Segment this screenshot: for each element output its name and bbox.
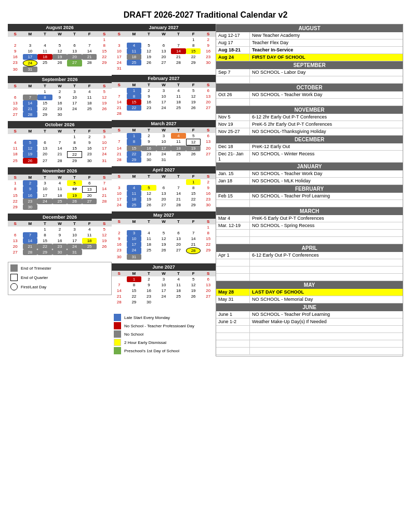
color-legend-gray-label: No School	[124, 332, 143, 337]
rp-january-header: JANUARY	[216, 163, 403, 170]
rp-row: Dec 18 PreK-12 Early Out	[216, 143, 403, 151]
color-legend-gray: No School	[114, 330, 214, 338]
cal-apr-2027-grid: 12 3456789 10111213141516 17181920212223…	[112, 179, 216, 208]
cal-sep-2026-dow: SMTWTFS	[8, 83, 112, 89]
color-legend-blue: Late Start Every Monday	[114, 314, 214, 321]
cal-jun-2027-header: June 2027	[112, 263, 216, 271]
legend-firstlast: First/Last Day	[10, 283, 109, 290]
col1-calendars: August 2026 SMTWTFS 1 2345678 9101112131…	[8, 24, 112, 356]
rp-august-header: AUGUST	[216, 24, 403, 32]
cal-jan-2027: January 2027 SMTWTFS 12 3456789 10111213…	[112, 24, 216, 71]
cal-dec-2026: December 2026 SMTWTFS 12345 6789101112 1…	[8, 214, 112, 255]
rp-row	[216, 259, 403, 267]
rp-row: Dec 21- Jan 1 NO SCHOOL - Winter Recess	[216, 151, 403, 163]
rp-row: Sep 7 NO SCHOOL - Labor Day	[216, 69, 403, 76]
page-title: DRAFT 2026-2027 Traditional Calendar v2	[8, 10, 403, 20]
rp-row: June 1 NO SCHOOL - Teacher Prof Learning	[216, 311, 403, 318]
legend-quarter: End of Quarter	[10, 274, 109, 281]
col2-calendars: January 2027 SMTWTFS 12 3456789 10111213…	[112, 24, 216, 356]
rp-row	[216, 333, 403, 340]
cal-sep-2026-header: September 2026	[8, 76, 112, 83]
rp-november-header: NOVEMBER	[216, 106, 403, 114]
cal-may-2027-grid: 1 2345678 9101112131415 16171819202122 2…	[112, 224, 216, 260]
rp-row	[216, 230, 403, 237]
cal-aug-2026: August 2026 SMTWTFS 1 2345678 9101112131…	[8, 24, 112, 72]
cal-nov-2026-dow: SMTWTFS	[8, 175, 112, 180]
cal-jun-2027-grid: 123456 78910111213 14151617181920 212223…	[112, 276, 216, 305]
rp-row: Feb 15 NO SCHOOL - Teacher Prof Learning	[216, 193, 403, 200]
cal-jun-2027: June 2027 SMTWTFS 123456 78910111213 141…	[112, 263, 216, 305]
color-legend-green-label: Preschool's 1st Day of School	[124, 349, 179, 353]
cal-feb-2027-dow: SMTWTFS	[112, 82, 216, 88]
rp-row	[216, 200, 403, 207]
cal-apr-2027: April 2027 SMTWTFS 12 3456789 1011121314…	[112, 166, 216, 208]
cal-apr-2027-dow: SMTWTFS	[112, 174, 216, 179]
legend-firstlast-label: First/Last Day	[21, 285, 46, 289]
cal-mar-2027-grid: 123456 78910111213 14151617181920 212223…	[112, 133, 216, 163]
rp-row: Aug 24 FIRST DAY OF SCHOOL	[216, 54, 403, 61]
rp-row: Mar. 12-19 NO SCHOOL - Spring Recess	[216, 222, 403, 230]
cal-jan-2027-dow: SMTWTFS	[112, 31, 216, 37]
rp-row: Nov 5 6-12 2hr Early Out P-T Conferences	[216, 114, 403, 121]
cal-may-2027: May 2027 SMTWTFS 1 2345678 9101112131415…	[112, 211, 216, 260]
rp-row: Nov 25-27 NO SCHOOL-Thanksgiving Holiday	[216, 128, 403, 136]
rp-april-header: APRIL	[216, 244, 403, 252]
rp-december-header: DECEMBER	[216, 136, 403, 143]
cal-jan-2027-header: January 2027	[112, 24, 216, 31]
cal-mar-2027: March 2027 SMTWTFS 123456 78910111213 14…	[112, 120, 216, 163]
cal-oct-2026-header: October 2026	[8, 121, 112, 128]
cal-dec-2026-header: December 2026	[8, 214, 112, 221]
cal-jun-2027-dow: SMTWTFS	[112, 271, 216, 276]
cal-oct-2026-dow: SMTWTFS	[8, 128, 112, 134]
rp-row	[216, 76, 403, 84]
rp-row: Nov 19 PreK-5 2hr Early Out P-T Conferen…	[216, 121, 403, 128]
color-legend-green: Preschool's 1st Day of School	[114, 347, 214, 354]
rp-february-header: FEBRUARY	[216, 185, 403, 193]
cal-dec-2026-dow: SMTWTFS	[8, 221, 112, 227]
cal-jan-2027-grid: 12 3456789 10111213141516 17181920212223…	[112, 37, 216, 71]
rp-march-header: MARCH	[216, 207, 403, 215]
rp-row	[216, 99, 403, 106]
cal-sep-2026-grid: 12345 6789101112 13141516171819 20212223…	[8, 89, 112, 117]
rp-row: Aug 12-17 New Teacher Academy	[216, 32, 403, 39]
color-legend: Late Start Every Monday No School - Teac…	[112, 312, 216, 356]
cal-nov-2026: November 2026 SMTWTFS 1234567 8910111213…	[8, 167, 112, 210]
rp-row: Oct 26 NO SCHOOL - Teacher Work Day	[216, 91, 403, 99]
rp-june-header: JUNE	[216, 303, 403, 311]
cal-aug-2026-dow: SMTWTFS	[8, 31, 112, 37]
rp-row	[216, 274, 403, 281]
cal-sep-2026: September 2026 SMTWTFS 12345 6789101112 …	[8, 76, 112, 117]
rp-may-header: MAY	[216, 281, 403, 289]
cal-oct-2026-grid: 123 45678910 11121314151617 181920212223…	[8, 134, 112, 164]
cal-aug-2026-header: August 2026	[8, 24, 112, 31]
rp-row: Apr 1 6-12 Early Out P-T Conferences	[216, 252, 403, 259]
cal-apr-2027-header: April 2027	[112, 166, 216, 174]
rp-row	[216, 348, 403, 355]
rp-row	[216, 326, 403, 333]
rp-row: Jan 18 NO SCHOOL - MLK Holiday	[216, 178, 403, 185]
rp-row: Jan. 15 NO SCHOOL - Teacher Work Day	[216, 170, 403, 178]
cal-mar-2027-header: March 2027	[112, 120, 216, 127]
rp-row: Aug 18-21 Teacher In-Service	[216, 47, 403, 54]
legend-quarter-label: End of Quarter	[21, 275, 48, 280]
rp-october-header: OCTOBER	[216, 84, 403, 91]
legend-trimester-label: End of Trimester	[21, 266, 51, 271]
cal-may-2027-dow: SMTWTFS	[112, 219, 216, 224]
legend-trimester: End of Trimester	[10, 264, 109, 272]
color-legend-yellow-label: 2 Hour Early Dismissal	[124, 340, 166, 345]
rp-row: June 1-2 Weather Make-Up Day(s) If Neede…	[216, 318, 403, 326]
cal-may-2027-header: May 2027	[112, 211, 216, 219]
rp-row	[216, 267, 403, 274]
rp-row	[216, 340, 403, 348]
right-panel: AUGUST Aug 12-17 New Teacher Academy Aug…	[216, 24, 403, 356]
cal-nov-2026-grid: 1234567 891011121314 15161718192021 2223…	[8, 180, 112, 210]
rp-row: May 28 LAST DAY OF SCHOOL	[216, 289, 403, 296]
cal-oct-2026: October 2026 SMTWTFS 123 45678910 111213…	[8, 121, 112, 164]
cal-feb-2027: February 2027 SMTWTFS 123456 78910111213…	[112, 75, 216, 116]
cal-nov-2026-header: November 2026	[8, 167, 112, 175]
cal-feb-2027-header: February 2027	[112, 75, 216, 82]
color-legend-yellow: 2 Hour Early Dismissal	[114, 339, 214, 346]
cal-dec-2026-grid: 12345 6789101112 13141516171819 20212223…	[8, 227, 112, 255]
rp-row	[216, 237, 403, 244]
cal-aug-2026-grid: 1 2345678 9101112131415 16171819202122 2…	[8, 37, 112, 72]
